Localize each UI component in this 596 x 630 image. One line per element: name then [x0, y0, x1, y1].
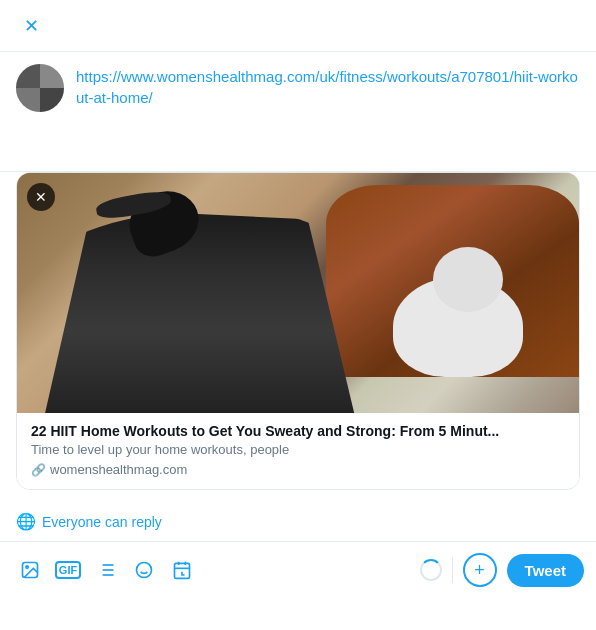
emoji-icon — [134, 560, 154, 580]
link-card-description: Time to level up your home workouts, peo… — [31, 442, 565, 457]
dog-shape — [393, 277, 523, 377]
close-icon: ✕ — [24, 15, 39, 37]
link-card-domain-row: 🔗 womenshealthmag.com — [31, 462, 565, 477]
url-input[interactable]: https://www.womenshealthmag.com/uk/fitne… — [76, 64, 580, 110]
bottom-toolbar: GIF — [0, 542, 596, 598]
add-tweet-button[interactable]: + — [463, 553, 497, 587]
add-icon: + — [474, 560, 485, 581]
top-bar: ✕ — [0, 0, 596, 52]
emoji-button[interactable] — [126, 552, 162, 588]
avatar-quad-2 — [40, 64, 64, 88]
image-button[interactable] — [12, 552, 48, 588]
toolbar-right: + Tweet — [420, 553, 584, 587]
svg-rect-11 — [175, 563, 190, 578]
schedule-icon — [172, 560, 192, 580]
link-icon: 🔗 — [31, 463, 46, 477]
compose-area: https://www.womenshealthmag.com/uk/fitne… — [0, 52, 596, 172]
avatar-quad-4 — [40, 88, 64, 112]
link-preview-card: ✕ 22 HIIT Home Workouts to Get You Sweat… — [16, 172, 580, 490]
loading-spinner — [420, 559, 442, 581]
poll-icon — [96, 560, 116, 580]
toolbar-icons: GIF — [12, 552, 420, 588]
image-icon — [20, 560, 40, 580]
toolbar-divider — [452, 557, 453, 583]
svg-point-8 — [137, 563, 152, 578]
avatar-quad-1 — [16, 64, 40, 88]
close-card-icon: ✕ — [35, 189, 47, 205]
avatar — [16, 64, 64, 112]
gif-label: GIF — [55, 561, 81, 579]
person-shape — [45, 209, 354, 413]
reply-setting-label: Everyone can reply — [42, 514, 162, 530]
close-card-button[interactable]: ✕ — [27, 183, 55, 211]
globe-icon: 🌐 — [16, 512, 36, 531]
article-image — [17, 173, 579, 413]
dog-head — [433, 247, 503, 312]
avatar-quad-3 — [16, 88, 40, 112]
link-card-title: 22 HIIT Home Workouts to Get You Sweaty … — [31, 423, 565, 439]
link-card-info: 22 HIIT Home Workouts to Get You Sweaty … — [17, 413, 579, 489]
close-button[interactable]: ✕ — [16, 11, 46, 41]
schedule-button[interactable] — [164, 552, 200, 588]
svg-point-1 — [26, 566, 28, 569]
link-card-domain: womenshealthmag.com — [50, 462, 187, 477]
poll-button[interactable] — [88, 552, 124, 588]
reply-setting[interactable]: 🌐 Everyone can reply — [0, 502, 596, 542]
compose-right: https://www.womenshealthmag.com/uk/fitne… — [76, 64, 580, 159]
link-card-image: ✕ — [17, 173, 579, 413]
tweet-button[interactable]: Tweet — [507, 554, 584, 587]
gif-button[interactable]: GIF — [50, 552, 86, 588]
